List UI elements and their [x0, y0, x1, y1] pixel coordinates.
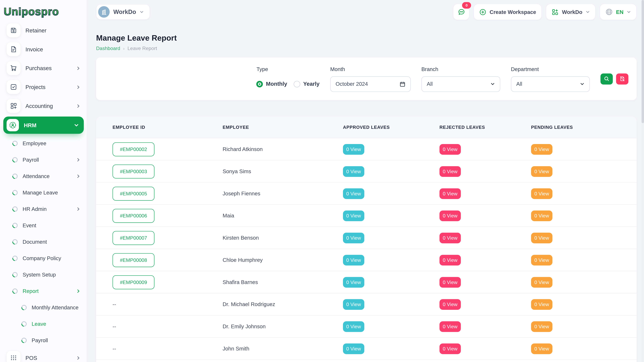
breadcrumb-dashboard-link[interactable]: Dashboard	[96, 45, 120, 51]
rejected-leaves-view-badge[interactable]: 0 View	[440, 277, 461, 287]
page-title: Manage Leave Report	[96, 34, 637, 43]
employee-id-chip[interactable]: #EMP00005	[112, 186, 154, 200]
employee-id-chip[interactable]: #EMP00008	[112, 253, 154, 267]
approved-leaves-view-badge[interactable]: 0 View	[343, 166, 364, 177]
pending-leaves-view-badge[interactable]: 0 View	[531, 255, 552, 265]
sidebar-item-pos[interactable]: POS	[3, 348, 84, 362]
approved-leaves-view-badge[interactable]: 0 View	[343, 188, 364, 199]
approved-leaves-view-badge[interactable]: 0 View	[343, 210, 364, 221]
sidebar-item-label: Purchases	[26, 65, 52, 71]
table-row: #EMP00002Richard Atkinson0 View0 View0 V…	[96, 138, 637, 160]
workdo-menu-label: WorkDo	[562, 9, 582, 15]
approved-leaves-view-badge[interactable]: 0 View	[343, 277, 364, 287]
sidebar-item-monthly-attendance[interactable]: Monthly Attendance	[3, 299, 84, 316]
table-row: --Emily Davis0 View0 View0 View	[96, 360, 637, 362]
month-filter-label: Month	[330, 66, 411, 72]
bullet-icon	[11, 254, 19, 262]
employee-id-chip[interactable]: #EMP00003	[112, 164, 154, 178]
employee-name: Richard Atkinson	[223, 146, 263, 152]
language-menu-button[interactable]: EN	[600, 4, 636, 20]
department-select[interactable]: All	[511, 76, 590, 92]
search-button[interactable]	[600, 73, 613, 84]
sidebar-item-label: Employee	[22, 140, 46, 146]
messages-button[interactable]: 0	[453, 4, 470, 20]
rejected-leaves-view-badge[interactable]: 0 View	[440, 210, 461, 221]
page-scrollbar[interactable]	[642, 0, 644, 362]
table-row: #EMP00006Maia0 View0 View0 View	[96, 204, 637, 227]
approved-leaves-view-badge[interactable]: 0 View	[343, 343, 364, 354]
branch-select[interactable]: All	[421, 76, 500, 92]
app-logo[interactable]: Unipospro	[0, 0, 87, 17]
reset-filter-button[interactable]	[616, 73, 628, 84]
pending-leaves-view-badge[interactable]: 0 View	[531, 299, 552, 310]
sidebar-item-document[interactable]: Document	[3, 233, 84, 250]
create-workspace-button[interactable]: Create Workspace	[474, 4, 542, 20]
rejected-leaves-view-badge[interactable]: 0 View	[440, 321, 461, 332]
pending-leaves-view-badge[interactable]: 0 View	[531, 166, 552, 177]
plus-circle-icon	[479, 8, 486, 15]
bullet-icon	[11, 287, 19, 295]
sidebar-item-leave[interactable]: Leave	[3, 316, 84, 332]
rejected-leaves-view-badge[interactable]: 0 View	[440, 343, 461, 354]
company-switcher[interactable]: WorkDo	[96, 4, 150, 20]
sidebar-item-attendance[interactable]: Attendance	[3, 168, 84, 184]
employee-id-chip[interactable]: #EMP00002	[112, 142, 154, 156]
sidebar-item-purchases[interactable]: Purchases	[3, 59, 84, 78]
sidebar-item-report[interactable]: Report	[3, 283, 84, 299]
sidebar-item-payroll[interactable]: Payroll	[3, 332, 84, 348]
type-radio-yearly[interactable]: Yearly	[294, 81, 320, 87]
sidebar-item-retainer[interactable]: Retainer	[3, 21, 84, 40]
rejected-leaves-view-badge[interactable]: 0 View	[440, 299, 461, 310]
type-radio-monthly[interactable]: Monthly	[256, 81, 287, 87]
sidebar-item-system-setup[interactable]: System Setup	[3, 266, 84, 283]
approved-leaves-view-badge[interactable]: 0 View	[343, 321, 364, 332]
approved-leaves-view-badge[interactable]: 0 View	[343, 255, 364, 265]
employee-id-empty: --	[112, 346, 116, 352]
sidebar-item-accounting[interactable]: Accounting	[3, 96, 84, 115]
workdo-menu-button[interactable]: WorkDo	[546, 4, 596, 20]
pending-leaves-view-badge[interactable]: 0 View	[531, 232, 552, 243]
pending-leaves-view-badge[interactable]: 0 View	[531, 343, 552, 354]
employee-id-chip[interactable]: #EMP00006	[112, 209, 154, 223]
pending-leaves-view-badge[interactable]: 0 View	[531, 188, 552, 199]
pos-icon	[6, 351, 20, 362]
pending-leaves-view-badge[interactable]: 0 View	[531, 321, 552, 332]
branch-filter-label: Branch	[421, 66, 500, 72]
app-logo-text: Unipospro	[4, 5, 59, 18]
pending-leaves-view-badge[interactable]: 0 View	[531, 277, 552, 287]
approved-leaves-view-badge[interactable]: 0 View	[343, 232, 364, 243]
chevron-right-icon	[76, 174, 80, 178]
sidebar-item-hr-admin[interactable]: HR Admin	[3, 201, 84, 217]
grid-plus-icon	[552, 8, 559, 15]
pending-leaves-view-badge[interactable]: 0 View	[531, 210, 552, 221]
rejected-leaves-view-badge[interactable]: 0 View	[440, 144, 461, 154]
employee-id-chip[interactable]: #EMP00009	[112, 275, 154, 289]
employee-id-chip[interactable]: #EMP00007	[112, 231, 154, 245]
invoice-icon	[6, 42, 20, 56]
sidebar-item-payroll[interactable]: Payroll	[3, 151, 84, 168]
rejected-leaves-view-badge[interactable]: 0 View	[440, 166, 461, 177]
pending-leaves-view-badge[interactable]: 0 View	[531, 144, 552, 154]
approved-leaves-view-badge[interactable]: 0 View	[343, 299, 364, 310]
rejected-leaves-view-badge[interactable]: 0 View	[440, 255, 461, 265]
topbar-actions: 0 Create Workspace WorkDo	[453, 4, 637, 20]
sidebar-item-company-policy[interactable]: Company Policy	[3, 250, 84, 266]
sidebar-item-projects[interactable]: Projects	[3, 78, 84, 96]
search-icon	[604, 76, 610, 82]
topbar: WorkDo 0 Create Workspace	[87, 0, 644, 24]
table-row: --Dr. Emily Johnson0 View0 View0 View	[96, 315, 637, 337]
sidebar-item-label: Invoice	[26, 46, 43, 52]
month-input[interactable]: October 2024	[330, 76, 411, 92]
sidebar-item-event[interactable]: Event	[3, 217, 84, 233]
sidebar-item-invoice[interactable]: Invoice	[3, 40, 84, 59]
radio-selected-icon	[256, 81, 263, 87]
scrollbar-thumb[interactable]	[642, 0, 644, 123]
sidebar-item-manage-leave[interactable]: Manage Leave	[3, 184, 84, 201]
sidebar-item-employee[interactable]: Employee	[3, 135, 84, 151]
approved-leaves-view-badge[interactable]: 0 View	[343, 144, 364, 154]
breadcrumb-current: Leave Report	[128, 45, 157, 51]
month-input-value: October 2024	[336, 81, 368, 87]
sidebar-item-hrm[interactable]: HRM	[3, 117, 84, 134]
rejected-leaves-view-badge[interactable]: 0 View	[440, 232, 461, 243]
rejected-leaves-view-badge[interactable]: 0 View	[440, 188, 461, 199]
